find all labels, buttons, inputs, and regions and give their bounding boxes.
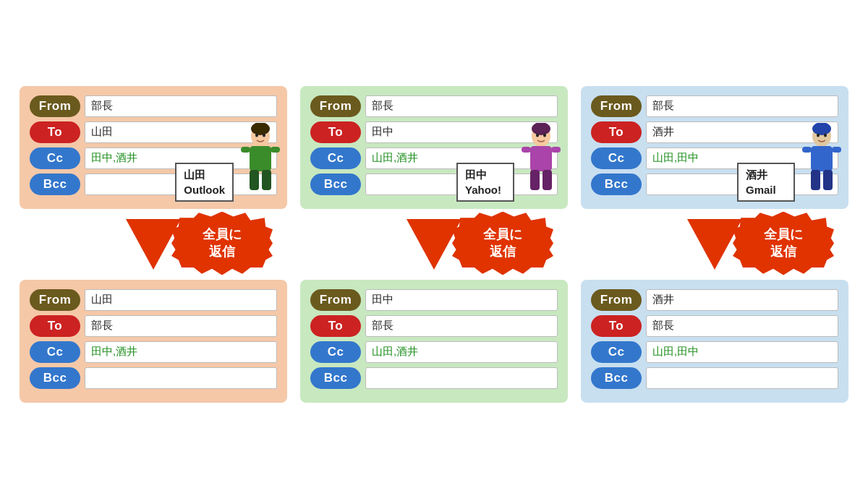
svg-point-7 — [255, 133, 258, 137]
char-label: 山田Outlook — [175, 163, 234, 202]
from-row: From 部長 — [30, 95, 277, 118]
to-label: To — [30, 315, 80, 337]
from-label: From — [30, 95, 80, 117]
svg-rect-4 — [271, 147, 280, 153]
email-fields-bottom: From 田中 To 部長 Cc 山田,酒井 Bcc — [310, 288, 558, 390]
to-label: To — [310, 121, 361, 143]
bcc-value — [365, 367, 558, 389]
burst-text: 全員に返信 — [483, 226, 522, 260]
bcc-label: Bcc — [310, 367, 361, 389]
from-label: From — [591, 289, 642, 311]
bottom-email-card-1: From 山田 To 部長 Cc 田中,酒井 Bcc — [20, 280, 287, 403]
char-figure — [235, 123, 286, 202]
bcc-row: Bcc — [591, 367, 838, 390]
from-value: 部長 — [365, 95, 558, 117]
top-email-card-3: From 部長 To 酒井 Cc 山田,田中 Bcc 酒井Gmail — [581, 86, 848, 209]
top-email-card-1: From 部長 To 山田 Cc 田中,酒井 Bcc 山田Outlook — [20, 86, 287, 209]
to-value: 部長 — [365, 315, 558, 337]
main-container: From 部長 To 山田 Cc 田中,酒井 Bcc 山田Outlook — [11, 73, 857, 416]
svg-rect-11 — [530, 146, 552, 171]
char-popup: 山田Outlook — [175, 123, 286, 202]
from-value: 田中 — [365, 289, 558, 311]
to-label: To — [30, 121, 80, 143]
svg-rect-22 — [832, 147, 841, 153]
cc-label: Cc — [591, 341, 642, 363]
char-label: 酒井Gmail — [737, 163, 795, 202]
burst-text: 全員に返信 — [764, 226, 803, 260]
from-value: 山田 — [85, 289, 277, 311]
bcc-value — [646, 367, 838, 389]
svg-point-16 — [536, 133, 539, 137]
svg-rect-15 — [542, 170, 552, 190]
from-value: 部長 — [646, 95, 838, 117]
cc-row: Cc 田中,酒井 — [30, 341, 277, 364]
email-fields-bottom: From 酒井 To 部長 Cc 山田,田中 Bcc — [591, 288, 838, 390]
from-row: From 部長 — [310, 95, 558, 118]
reply-all-burst: 全員に返信 — [171, 212, 273, 275]
svg-point-26 — [824, 133, 827, 137]
from-row: From 田中 — [310, 288, 558, 312]
email-fields-bottom: From 山田 To 部長 Cc 田中,酒井 Bcc — [30, 288, 277, 390]
svg-rect-6 — [262, 170, 271, 190]
to-label: To — [310, 315, 361, 337]
from-row: From 部長 — [591, 95, 838, 118]
reply-all-burst: 全員に返信 — [733, 212, 834, 275]
svg-rect-23 — [811, 170, 820, 190]
svg-rect-20 — [811, 146, 833, 171]
cc-label: Cc — [310, 147, 361, 169]
char-popup: 田中Yahoo! — [456, 123, 566, 202]
svg-rect-14 — [530, 170, 540, 190]
cc-label: Cc — [591, 147, 642, 169]
burst-text: 全員に返信 — [203, 226, 242, 260]
cc-value: 山田,酒井 — [365, 341, 558, 363]
char-popup: 酒井Gmail — [737, 123, 847, 202]
to-row: To 部長 — [310, 314, 558, 338]
from-label: From — [30, 289, 80, 311]
cc-label: Cc — [30, 341, 80, 363]
bcc-label: Bcc — [310, 174, 361, 195]
bcc-row: Bcc — [310, 367, 558, 390]
from-row: From 山田 — [30, 288, 277, 312]
top-email-card-2: From 部長 To 田中 Cc 山田,酒井 Bcc 田中Yahoo! — [300, 86, 568, 209]
bottom-email-card-3: From 酒井 To 部長 Cc 山田,田中 Bcc — [581, 280, 848, 403]
bcc-label: Bcc — [591, 367, 642, 389]
cc-label: Cc — [30, 147, 80, 169]
to-label: To — [591, 315, 642, 337]
svg-rect-2 — [250, 146, 271, 171]
char-figure — [516, 123, 566, 202]
char-label: 田中Yahoo! — [456, 163, 514, 202]
bcc-label: Bcc — [591, 174, 642, 195]
from-row: From 酒井 — [591, 288, 838, 312]
svg-rect-3 — [241, 147, 250, 153]
from-value: 部長 — [85, 95, 277, 117]
column-2: From 部長 To 田中 Cc 山田,酒井 Bcc 田中Yahoo! — [300, 86, 568, 403]
cc-row: Cc 山田,酒井 — [310, 341, 558, 364]
column-3: From 部長 To 酒井 Cc 山田,田中 Bcc 酒井Gmail — [581, 86, 848, 403]
to-row: To 部長 — [30, 314, 277, 338]
bcc-label: Bcc — [30, 174, 80, 195]
bottom-email-card-2: From 田中 To 部長 Cc 山田,酒井 Bcc — [300, 280, 568, 403]
to-value: 部長 — [85, 315, 277, 337]
cc-value: 田中,酒井 — [85, 341, 277, 363]
cc-value: 山田,田中 — [646, 341, 838, 363]
svg-rect-12 — [522, 147, 531, 153]
svg-rect-24 — [823, 170, 833, 190]
svg-point-25 — [817, 133, 820, 137]
svg-rect-5 — [250, 170, 259, 190]
svg-rect-13 — [551, 147, 561, 153]
reply-all-burst: 全員に返信 — [452, 212, 553, 275]
from-label: From — [310, 95, 361, 117]
char-figure — [796, 123, 847, 202]
arrow-burst-1: 全員に返信 — [20, 212, 287, 277]
to-value: 部長 — [646, 315, 838, 337]
svg-rect-21 — [802, 147, 812, 153]
cc-row: Cc 山田,田中 — [591, 341, 838, 364]
to-label: To — [591, 121, 642, 143]
arrow-burst-2: 全員に返信 — [300, 212, 568, 277]
cc-label: Cc — [310, 341, 361, 363]
bcc-label: Bcc — [30, 367, 80, 389]
column-1: From 部長 To 山田 Cc 田中,酒井 Bcc 山田Outlook — [20, 86, 287, 403]
bcc-row: Bcc — [30, 367, 277, 390]
from-label: From — [591, 95, 642, 117]
bcc-value — [85, 367, 277, 389]
